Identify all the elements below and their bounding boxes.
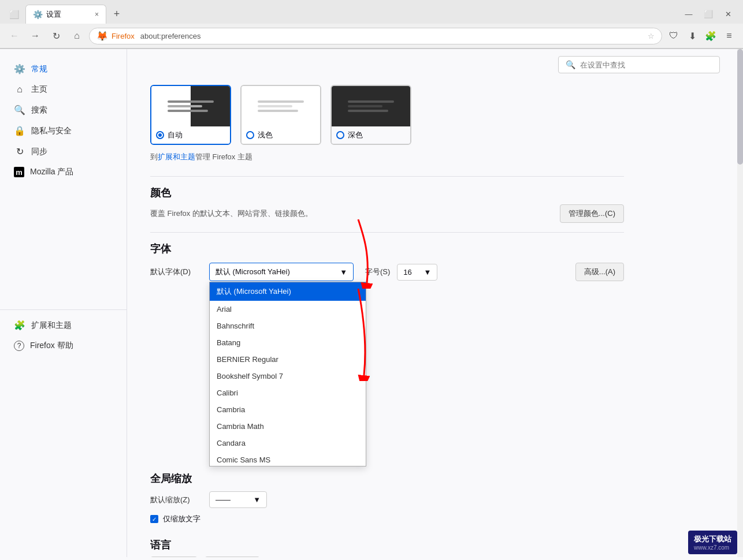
watermark-url: www.xz7.com — [694, 544, 731, 551]
theme-auto-card[interactable]: 自动 — [150, 85, 231, 145]
bookmark-icon[interactable]: ☆ — [648, 32, 655, 40]
font-option-default[interactable]: 默认 (Microsoft YaHei) — [210, 282, 366, 301]
font-option-comic[interactable]: Comic Sans MS — [210, 451, 366, 466]
sidebar-item-home[interactable]: ⌂ 主页 — [5, 80, 122, 99]
font-option-arial[interactable]: Arial — [210, 301, 366, 318]
checkbox-row: ✓ 仅缩放文字 — [150, 514, 624, 524]
font-row: 默认字体(D) 默认 (Microsoft YaHei) ▼ 默认 (Micro… — [150, 263, 624, 281]
theme-auto-label: 自动 — [151, 126, 230, 144]
font-option-candara[interactable]: Candara — [210, 435, 366, 451]
address-url: about:preferences — [140, 32, 201, 40]
search-nav-icon: 🔍 — [14, 104, 25, 115]
watermark: 极光下载站 www.xz7.com — [688, 531, 737, 554]
font-title: 字体 — [150, 242, 624, 256]
font-option-bookshelf[interactable]: Bookshelf Symbol 7 — [210, 368, 366, 384]
size-value: 16 — [403, 268, 411, 277]
advanced-button[interactable]: 高级...(A) — [575, 263, 624, 281]
extensions-nav-icon: 🧩 — [14, 320, 25, 331]
radio-dark[interactable] — [336, 131, 344, 139]
close-window-button[interactable]: ✕ — [720, 6, 736, 23]
sync-icon: ↻ — [14, 146, 25, 157]
zoom-label: 默认缩放(Z) — [150, 495, 202, 505]
radio-light[interactable] — [246, 131, 254, 139]
watermark-site: 极光下载站 — [694, 534, 731, 544]
settings-tab[interactable]: ⚙️ 设置 × — [25, 5, 106, 24]
refresh-button[interactable]: ↻ — [47, 27, 65, 44]
zoom-title: 全局缩放 — [150, 472, 624, 486]
theme-dark-card[interactable]: 深色 — [330, 85, 411, 145]
size-select[interactable]: 16 ▼ — [397, 264, 437, 281]
theme-light-card[interactable]: 浅色 — [240, 85, 321, 145]
theme-cards: 自动 浅色 — [150, 85, 624, 145]
general-icon: ⚙️ — [14, 64, 25, 74]
sidebar-item-help[interactable]: ? Firefox 帮助 — [5, 336, 122, 356]
sidebar-label-general: 常规 — [31, 64, 47, 74]
home-button[interactable]: ⌂ — [68, 27, 86, 44]
selected-font-text: 默认 (Microsoft YaHei) — [216, 267, 290, 277]
preview-line — [348, 110, 388, 112]
shield-icon[interactable]: 🛡 — [666, 28, 682, 44]
sidebar-item-search[interactable]: 🔍 搜索 — [5, 100, 122, 120]
theme-light-label: 浅色 — [242, 126, 320, 144]
default-font-label: 默认字体(D) — [150, 267, 202, 277]
language-title: 语言 — [150, 538, 624, 552]
address-bar[interactable]: 🦊 Firefox about:preferences ☆ — [89, 28, 662, 44]
theme-dark-text: 深色 — [348, 130, 363, 140]
scrollbar-thumb[interactable] — [737, 49, 743, 165]
minimize-button[interactable]: — — [681, 6, 697, 23]
sidebar-item-privacy[interactable]: 🔒 隐私与安全 — [5, 121, 122, 141]
color-title: 颜色 — [150, 186, 624, 200]
font-option-cambria-math[interactable]: Cambria Math — [210, 418, 366, 435]
sidebar-item-mozilla[interactable]: m Mozilla 产品 — [5, 162, 122, 182]
font-option-bernier[interactable]: BERNIER Regular — [210, 351, 366, 368]
search-icon: 🔍 — [566, 60, 575, 69]
font-option-cambria[interactable]: Cambria — [210, 401, 366, 418]
theme-auto-preview — [151, 86, 230, 126]
sidebar-item-general[interactable]: ⚙️ 常规 — [5, 59, 122, 79]
manage-colors-button[interactable]: 管理颜色...(C) — [560, 204, 624, 223]
download-icon[interactable]: ⬇ — [684, 28, 700, 44]
theme-auto-text: 自动 — [168, 130, 183, 140]
add-language-button[interactable]: 用语言...(L) — [205, 557, 260, 557]
preview-line — [258, 105, 292, 107]
restore-button[interactable]: ⬜ — [700, 6, 716, 23]
zoom-text-checkbox[interactable]: ✓ — [150, 515, 158, 523]
language-button[interactable]: 简体中文 — [150, 557, 198, 557]
theme-link[interactable]: 扩展和主题 — [158, 152, 195, 161]
theme-link-row: 到扩展和主题管理 Firefox 主题 — [150, 152, 624, 162]
zoom-value: —— — [216, 495, 231, 504]
sidebar: ⚙️ 常规 ⌂ 主页 🔍 搜索 🔒 隐私与安全 ↻ 同步 m Mozilla 产… — [0, 49, 127, 557]
language-section: 语言 简体中文 用语言...(L) 选择您想要优先使用的页面语言 选择...(O… — [150, 538, 624, 557]
content-inner: 自动 浅色 — [127, 73, 647, 557]
font-option-batang[interactable]: Batang — [210, 334, 366, 351]
search-input[interactable] — [580, 61, 712, 69]
theme-light-preview — [242, 86, 320, 126]
sidebar-item-extensions[interactable]: 🧩 扩展和主题 — [5, 315, 122, 335]
font-option-bahnschrift[interactable]: Bahnschrift — [210, 318, 366, 334]
preview-line — [258, 110, 298, 112]
tab-title: 设置 — [46, 9, 61, 20]
sidebar-item-sync[interactable]: ↻ 同步 — [5, 141, 122, 162]
tab-list-icon[interactable]: ⬜ — [5, 10, 23, 19]
back-button[interactable]: ← — [6, 27, 23, 44]
help-icon: ? — [14, 341, 24, 351]
zoom-section: 全局缩放 默认缩放(Z) —— ▼ ✓ 仅缩放文字 — [150, 472, 624, 524]
more-button[interactable]: ≡ — [721, 28, 737, 44]
search-bar-wrap: 🔍 — [127, 49, 743, 73]
sidebar-label-sync: 同步 — [31, 147, 47, 157]
font-option-calibri[interactable]: Calibri — [210, 384, 366, 401]
zoom-select[interactable]: —— ▼ — [209, 491, 267, 508]
sidebar-label-home: 主页 — [31, 84, 47, 95]
divider-1 — [150, 176, 624, 177]
radio-auto[interactable] — [156, 131, 164, 139]
checkbox-check-icon: ✓ — [152, 516, 157, 522]
forward-button[interactable]: → — [27, 27, 44, 44]
tab-close-button[interactable]: × — [95, 10, 99, 18]
sidebar-label-mozilla: Mozilla 产品 — [30, 167, 73, 177]
sidebar-label-help: Firefox 帮助 — [30, 341, 73, 351]
extensions-icon[interactable]: 🧩 — [703, 28, 719, 44]
font-select-dropdown[interactable]: 默认 (Microsoft YaHei) ▼ 默认 (Microsoft YaH… — [209, 263, 354, 281]
new-tab-button[interactable]: + — [109, 6, 125, 23]
light-preview-lines — [253, 96, 309, 117]
settings-search-box[interactable]: 🔍 — [558, 56, 720, 73]
